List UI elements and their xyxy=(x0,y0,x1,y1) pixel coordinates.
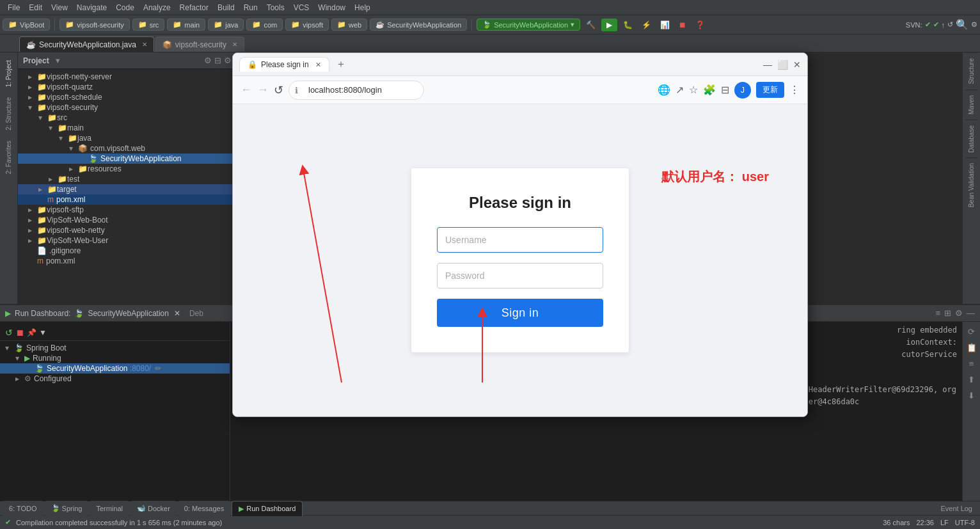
breadcrumb-src[interactable]: 📁 src xyxy=(132,19,165,31)
browser-close-icon[interactable]: ✕ xyxy=(793,59,801,70)
menu-navigate[interactable]: Navigate xyxy=(73,2,111,13)
tree-item-sftp[interactable]: ▸ 📁 vipsoft-sftp xyxy=(18,205,248,215)
bottom-tab-messages[interactable]: 0: Messages xyxy=(178,501,230,516)
run-ctrl-pin[interactable]: 📌 xyxy=(27,328,36,337)
breadcrumb-java[interactable]: 📁 java xyxy=(208,19,244,31)
breadcrumb-web[interactable]: 📁 web xyxy=(331,19,367,31)
bottom-tab-docker[interactable]: 🐋 Docker xyxy=(130,501,177,516)
run-tree-security-app[interactable]: 🍃 SecurityWebApplication :8080/ ✏ xyxy=(0,363,230,374)
project-panel-btn[interactable]: 1: Project xyxy=(3,55,15,92)
run-panel-icon-2[interactable]: ⊞ xyxy=(944,308,951,318)
run-strip-icon-2[interactable]: 📋 xyxy=(964,340,979,355)
menu-file[interactable]: File xyxy=(4,2,24,13)
stop-button[interactable]: ⏹ xyxy=(676,19,690,31)
browser-menu-icon[interactable]: ⋮ xyxy=(789,84,800,96)
signin-button[interactable]: Sign in xyxy=(437,299,603,327)
browser-back-btn[interactable]: ← xyxy=(241,83,252,97)
structure-panel-btn[interactable]: 2: Structure xyxy=(3,92,15,136)
tree-item-web-boot[interactable]: ▸ 📁 VipSoft-Web-Boot xyxy=(18,215,248,225)
browser-tab[interactable]: 🔒 Please sign in ✕ xyxy=(239,57,329,72)
search-icon[interactable]: 🔍 xyxy=(956,19,968,31)
browser-forward-btn[interactable]: → xyxy=(257,83,269,97)
tree-item-quartz[interactable]: ▸ 📁 vipsoft-quartz xyxy=(18,82,248,92)
tree-item-web-user[interactable]: ▸ 📁 VipSoft-Web-User xyxy=(18,235,248,246)
breadcrumb-class[interactable]: ☕ SecurityWebApplication xyxy=(370,19,467,31)
run-tree-configured[interactable]: ▸ ⚙ Configured xyxy=(0,374,230,384)
tab-security-web-application[interactable]: ☕ SecurityWebApplication.java ✕ xyxy=(19,36,154,52)
menu-tools[interactable]: Tools xyxy=(263,2,288,13)
tab-close-icon[interactable]: ✕ xyxy=(142,41,147,48)
maven-panel-label[interactable]: Maven xyxy=(965,90,977,120)
bottom-tab-spring[interactable]: 🍃 Spring xyxy=(45,501,89,516)
layout-icon[interactable]: ⊟ xyxy=(214,56,221,65)
menu-build[interactable]: Build xyxy=(214,2,239,13)
tab-close-icon-2[interactable]: ✕ xyxy=(232,41,237,48)
bottom-tab-terminal[interactable]: Terminal xyxy=(90,501,129,516)
bottom-tab-run-dashboard[interactable]: ▶ Run Dashboard xyxy=(232,501,303,516)
run-strip-icon-4[interactable]: ⬆ xyxy=(965,372,977,387)
menu-edit[interactable]: Edit xyxy=(25,2,46,13)
run-ctrl-stop[interactable]: ⏹ xyxy=(15,328,24,338)
menu-run[interactable]: Run xyxy=(240,2,262,13)
username-input[interactable] xyxy=(437,227,603,253)
menu-analyze[interactable]: Analyze xyxy=(139,2,175,13)
settings-icon-2[interactable]: ⚙ xyxy=(224,56,232,65)
breadcrumb-main[interactable]: 📁 main xyxy=(167,19,205,31)
share-icon[interactable]: ↗ xyxy=(676,84,684,96)
breadcrumb-vipsoft[interactable]: 📁 vipsoft xyxy=(285,19,329,31)
menu-refactor[interactable]: Refactor xyxy=(176,2,212,13)
run-strip-icon-5[interactable]: ⬇ xyxy=(965,388,977,403)
browser-avatar[interactable]: J xyxy=(734,82,751,99)
tab-vipsoft-security[interactable]: 📦 vipsoft-security ✕ xyxy=(155,36,244,52)
tree-item-main[interactable]: ▾ 📁 main xyxy=(18,123,248,133)
browser-refresh-btn[interactable]: ↺ xyxy=(274,83,283,97)
menu-help[interactable]: Help xyxy=(351,2,374,13)
extension-icon[interactable]: 🧩 xyxy=(703,84,716,96)
run-tree-spring-boot[interactable]: ▾ 🍃 Spring Boot xyxy=(0,341,230,353)
build-button[interactable]: 🔨 xyxy=(583,19,599,31)
translate-icon[interactable]: 🌐 xyxy=(658,84,670,96)
run-button[interactable]: ▶ xyxy=(601,19,617,31)
structure-panel-label[interactable]: Structure xyxy=(965,52,977,90)
tree-item-src[interactable]: ▾ 📁 src xyxy=(18,113,248,123)
tree-item-resources[interactable]: ▸ 📁 resources xyxy=(18,164,248,174)
menu-view[interactable]: View xyxy=(47,2,72,13)
tree-item-netty-server[interactable]: ▸ 📁 vipsoft-netty-server xyxy=(18,72,248,82)
run-panel-icon-3[interactable]: ⚙ xyxy=(955,308,963,318)
tree-item-pom-root[interactable]: m pom.xml xyxy=(18,256,248,266)
tree-item-package[interactable]: ▾ 📦 com.vipsoft.web xyxy=(18,143,248,154)
tree-item-test[interactable]: ▸ 📁 test xyxy=(18,174,248,184)
breadcrumb-vipsoft-security[interactable]: 📁 vipsoft-security xyxy=(59,19,129,31)
profile-button[interactable]: 📊 xyxy=(657,19,673,31)
tree-item-schedule[interactable]: ▸ 📁 vipsoft-schedule xyxy=(18,92,248,102)
tree-item-gitignore[interactable]: 📄 .gitignore xyxy=(18,246,248,256)
browser-update-btn[interactable]: 更新 xyxy=(756,82,784,98)
event-log-btn[interactable]: Event Log xyxy=(935,505,977,512)
breadcrumb-com[interactable]: 📁 com xyxy=(246,19,283,31)
sync-icon[interactable]: ⚙ xyxy=(204,56,212,65)
menu-code[interactable]: Code xyxy=(112,2,138,13)
run-dashboard-close-icon[interactable]: ✕ xyxy=(174,309,180,318)
password-input[interactable] xyxy=(437,263,603,288)
run-strip-icon-3[interactable]: ≡ xyxy=(967,356,977,371)
tree-item-target[interactable]: ▸ 📁 target xyxy=(18,184,248,194)
run-config-selector[interactable]: 🍃 SecurityWebApplication ▾ xyxy=(477,19,580,31)
debug-button[interactable]: 🐛 xyxy=(620,19,636,31)
run-panel-icon-4[interactable]: — xyxy=(967,308,975,318)
browser-minimize-icon[interactable]: — xyxy=(763,59,772,70)
browser-restore-icon[interactable]: ⬜ xyxy=(777,59,788,70)
favorites-panel-btn[interactable]: 2: Favorites xyxy=(3,136,15,179)
tree-item-security-app[interactable]: 🍃 SecurityWebApplication xyxy=(18,154,248,164)
run-ctrl-restart[interactable]: ↺ xyxy=(5,328,13,338)
tree-item-java[interactable]: ▾ 📁 java xyxy=(18,133,248,143)
run-tree-running[interactable]: ▾ ▶ Running xyxy=(0,353,230,363)
browser-new-tab-btn[interactable]: ＋ xyxy=(332,56,350,72)
menu-window[interactable]: Window xyxy=(314,2,349,13)
run-app-label[interactable]: SecurityWebApplication xyxy=(88,309,169,318)
database-panel-label[interactable]: Database xyxy=(965,120,977,158)
bottom-tab-todo[interactable]: 6: TODO xyxy=(3,501,43,516)
browser-tab-close-icon[interactable]: ✕ xyxy=(315,61,321,69)
sidebar-icon[interactable]: ⊟ xyxy=(721,84,729,96)
settings-icon[interactable]: ⚙ xyxy=(971,20,977,29)
coverage-button[interactable]: ⚡ xyxy=(638,19,654,31)
